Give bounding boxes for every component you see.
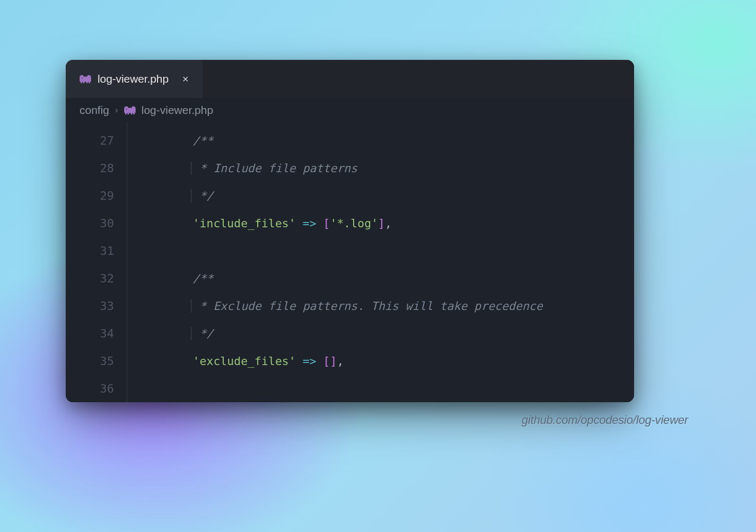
line-number: 28 [66, 155, 114, 182]
code-content[interactable]: /** * Include file patterns */ 'include_… [127, 122, 634, 402]
breadcrumb-file[interactable]: log-viewer.php [142, 104, 213, 117]
line-number: 36 [66, 375, 114, 402]
code-line[interactable]: * Include file patterns [138, 155, 634, 182]
line-number: 32 [66, 265, 114, 292]
editor-window: log-viewer.php × config › log-viewer.php… [66, 60, 634, 402]
line-number: 34 [66, 320, 114, 348]
close-icon[interactable]: × [180, 73, 191, 85]
code-line[interactable] [138, 375, 634, 402]
line-number: 29 [66, 182, 114, 210]
line-number: 31 [66, 237, 114, 265]
code-line[interactable]: */ [138, 182, 634, 210]
code-line[interactable]: 'include_files' => ['*.log'], [138, 210, 634, 237]
code-line[interactable]: */ [138, 320, 634, 348]
tab-active[interactable]: log-viewer.php × [66, 60, 203, 98]
attribution-text: github.com/opcodesio/log-viewer [522, 413, 688, 427]
line-number-gutter: 27282930313233343536 [66, 122, 127, 402]
line-number: 30 [66, 210, 114, 237]
code-line[interactable]: /** [138, 127, 634, 155]
code-line[interactable]: * Exclude file patterns. This will take … [138, 292, 634, 320]
code-editor[interactable]: 27282930313233343536 /** * Include file … [66, 122, 634, 402]
breadcrumb: config › log-viewer.php [66, 98, 634, 122]
chevron-right-icon: › [115, 105, 118, 116]
code-line[interactable]: 'exclude_files' => [], [138, 348, 634, 375]
code-line[interactable]: /** [138, 265, 634, 292]
breadcrumb-folder[interactable]: config [80, 104, 109, 117]
code-line[interactable] [138, 237, 634, 265]
tab-filename: log-viewer.php [98, 73, 169, 85]
line-number: 35 [66, 348, 114, 375]
php-elephant-icon [124, 105, 136, 115]
line-number: 33 [66, 292, 114, 320]
tab-bar: log-viewer.php × [66, 60, 634, 98]
php-elephant-icon [80, 74, 91, 84]
line-number: 27 [66, 127, 114, 155]
